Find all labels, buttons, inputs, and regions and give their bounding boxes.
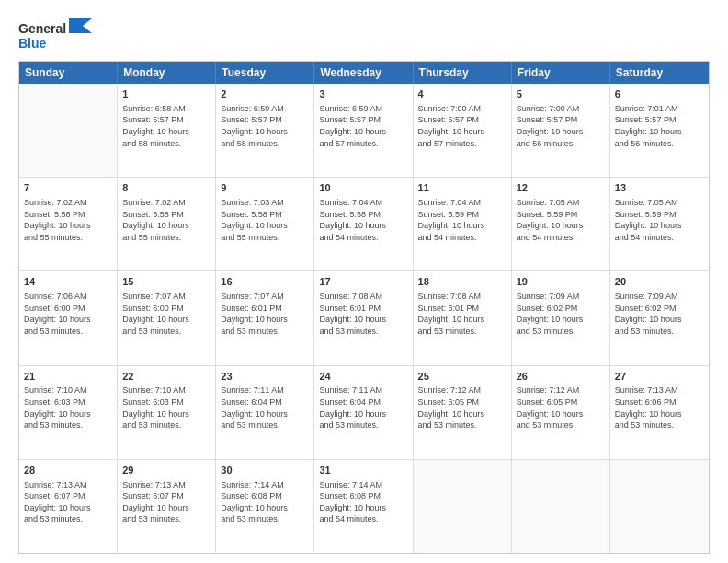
day-number: 30 [221, 464, 309, 477]
cal-cell-2-5: 11Sunrise: 7:04 AM Sunset: 5:59 PM Dayli… [414, 178, 512, 270]
cell-info: Sunrise: 7:06 AM Sunset: 6:00 PM Dayligh… [24, 291, 112, 337]
cal-cell-1-2: 1Sunrise: 6:58 AM Sunset: 5:57 PM Daylig… [118, 84, 216, 177]
cell-info: Sunrise: 7:13 AM Sunset: 6:07 PM Dayligh… [122, 479, 210, 525]
cell-info: Sunrise: 6:59 AM Sunset: 5:57 PM Dayligh… [221, 103, 309, 149]
logo: General Blue [18, 17, 101, 53]
day-number: 13 [615, 181, 704, 195]
cal-cell-3-2: 15Sunrise: 7:07 AM Sunset: 6:00 PM Dayli… [118, 271, 216, 364]
cell-info: Sunrise: 7:12 AM Sunset: 6:05 PM Dayligh… [418, 385, 506, 431]
cell-info: Sunrise: 6:59 AM Sunset: 5:57 PM Dayligh… [319, 103, 407, 149]
calendar-row-2: 7Sunrise: 7:02 AM Sunset: 5:58 PM Daylig… [19, 178, 709, 271]
cal-cell-2-7: 13Sunrise: 7:05 AM Sunset: 5:59 PM Dayli… [610, 178, 709, 270]
cal-cell-5-3: 30Sunrise: 7:14 AM Sunset: 6:08 PM Dayli… [216, 460, 314, 553]
cell-info: Sunrise: 7:02 AM Sunset: 5:58 PM Dayligh… [122, 197, 210, 243]
cell-info: Sunrise: 7:14 AM Sunset: 6:08 PM Dayligh… [319, 479, 407, 525]
day-number: 27 [615, 370, 704, 384]
cal-cell-2-3: 9Sunrise: 7:03 AM Sunset: 5:58 PM Daylig… [216, 178, 314, 270]
cal-cell-4-6: 26Sunrise: 7:12 AM Sunset: 6:05 PM Dayli… [512, 366, 610, 459]
day-number: 12 [517, 181, 605, 195]
calendar-row-1: 1Sunrise: 6:58 AM Sunset: 5:57 PM Daylig… [19, 84, 709, 178]
cell-info: Sunrise: 7:02 AM Sunset: 5:58 PM Dayligh… [24, 197, 112, 243]
cell-info: Sunrise: 7:11 AM Sunset: 6:04 PM Dayligh… [319, 385, 407, 431]
day-number: 4 [418, 87, 506, 101]
cell-info: Sunrise: 7:07 AM Sunset: 6:00 PM Dayligh… [122, 291, 210, 337]
cell-info: Sunrise: 7:01 AM Sunset: 5:57 PM Dayligh… [615, 103, 704, 149]
cal-cell-1-7: 6Sunrise: 7:01 AM Sunset: 5:57 PM Daylig… [610, 84, 709, 177]
cell-info: Sunrise: 7:14 AM Sunset: 6:08 PM Dayligh… [221, 479, 309, 525]
cell-info: Sunrise: 7:13 AM Sunset: 6:06 PM Dayligh… [615, 385, 704, 431]
cell-info: Sunrise: 7:13 AM Sunset: 6:07 PM Dayligh… [24, 479, 112, 525]
header-sunday: Sunday [19, 62, 118, 84]
day-number: 18 [418, 275, 506, 289]
cell-info: Sunrise: 7:03 AM Sunset: 5:58 PM Dayligh… [221, 197, 309, 243]
cal-cell-2-2: 8Sunrise: 7:02 AM Sunset: 5:58 PM Daylig… [118, 178, 216, 270]
cal-cell-2-6: 12Sunrise: 7:05 AM Sunset: 5:59 PM Dayli… [512, 178, 610, 270]
cal-cell-5-6 [512, 460, 610, 553]
cal-cell-4-7: 27Sunrise: 7:13 AM Sunset: 6:06 PM Dayli… [610, 366, 709, 459]
page: General Blue Sunday Monday Tuesday Wedne… [0, 0, 728, 563]
cell-info: Sunrise: 7:05 AM Sunset: 5:59 PM Dayligh… [615, 197, 704, 243]
day-number: 3 [319, 87, 407, 101]
calendar: Sunday Monday Tuesday Wednesday Thursday… [18, 61, 710, 554]
cell-info: Sunrise: 7:10 AM Sunset: 6:03 PM Dayligh… [24, 385, 112, 431]
day-number: 20 [615, 275, 704, 289]
cal-cell-3-5: 18Sunrise: 7:08 AM Sunset: 6:01 PM Dayli… [414, 271, 512, 364]
cal-cell-4-3: 23Sunrise: 7:11 AM Sunset: 6:04 PM Dayli… [216, 366, 314, 459]
cal-cell-1-4: 3Sunrise: 6:59 AM Sunset: 5:57 PM Daylig… [314, 84, 413, 177]
cal-cell-1-3: 2Sunrise: 6:59 AM Sunset: 5:57 PM Daylig… [216, 84, 314, 177]
day-number: 1 [122, 87, 210, 101]
cal-cell-5-4: 31Sunrise: 7:14 AM Sunset: 6:08 PM Dayli… [314, 460, 413, 553]
cell-info: Sunrise: 7:07 AM Sunset: 6:01 PM Dayligh… [221, 291, 309, 337]
svg-marker-1 [69, 18, 92, 33]
header-saturday: Saturday [610, 62, 709, 84]
calendar-header: Sunday Monday Tuesday Wednesday Thursday… [19, 62, 709, 84]
header-monday: Monday [118, 62, 216, 84]
day-number: 8 [122, 181, 210, 195]
day-number: 5 [517, 87, 605, 101]
day-number: 16 [221, 275, 309, 289]
calendar-row-3: 14Sunrise: 7:06 AM Sunset: 6:00 PM Dayli… [19, 271, 709, 365]
cal-cell-2-4: 10Sunrise: 7:04 AM Sunset: 5:58 PM Dayli… [314, 178, 413, 270]
cal-cell-4-1: 21Sunrise: 7:10 AM Sunset: 6:03 PM Dayli… [19, 366, 118, 459]
cal-cell-3-7: 20Sunrise: 7:09 AM Sunset: 6:02 PM Dayli… [610, 271, 709, 364]
day-number: 23 [221, 370, 309, 384]
cell-info: Sunrise: 7:11 AM Sunset: 6:04 PM Dayligh… [221, 385, 309, 431]
header-friday: Friday [512, 62, 610, 84]
cell-info: Sunrise: 7:10 AM Sunset: 6:03 PM Dayligh… [122, 385, 210, 431]
cell-info: Sunrise: 7:09 AM Sunset: 6:02 PM Dayligh… [517, 291, 605, 337]
day-number: 24 [319, 370, 407, 384]
header-wednesday: Wednesday [314, 62, 413, 84]
cell-info: Sunrise: 7:04 AM Sunset: 5:59 PM Dayligh… [418, 197, 506, 243]
cal-cell-4-2: 22Sunrise: 7:10 AM Sunset: 6:03 PM Dayli… [118, 366, 216, 459]
day-number: 28 [24, 464, 112, 477]
day-number: 29 [122, 464, 210, 477]
day-number: 7 [24, 181, 112, 195]
cell-info: Sunrise: 7:00 AM Sunset: 5:57 PM Dayligh… [517, 103, 605, 149]
calendar-row-4: 21Sunrise: 7:10 AM Sunset: 6:03 PM Dayli… [19, 366, 709, 460]
calendar-body: 1Sunrise: 6:58 AM Sunset: 5:57 PM Daylig… [19, 84, 709, 553]
day-number: 11 [418, 181, 506, 195]
logo-svg: General Blue [18, 17, 101, 53]
cell-info: Sunrise: 7:08 AM Sunset: 6:01 PM Dayligh… [418, 291, 506, 337]
cal-cell-3-1: 14Sunrise: 7:06 AM Sunset: 6:00 PM Dayli… [19, 271, 118, 364]
cal-cell-5-7 [610, 460, 709, 553]
cell-info: Sunrise: 7:04 AM Sunset: 5:58 PM Dayligh… [319, 197, 407, 243]
day-number: 9 [221, 181, 309, 195]
cal-cell-1-6: 5Sunrise: 7:00 AM Sunset: 5:57 PM Daylig… [512, 84, 610, 177]
day-number: 26 [517, 370, 605, 384]
cell-info: Sunrise: 6:58 AM Sunset: 5:57 PM Dayligh… [122, 103, 210, 149]
cell-info: Sunrise: 7:09 AM Sunset: 6:02 PM Dayligh… [615, 291, 704, 337]
cal-cell-4-5: 25Sunrise: 7:12 AM Sunset: 6:05 PM Dayli… [414, 366, 512, 459]
cal-cell-5-1: 28Sunrise: 7:13 AM Sunset: 6:07 PM Dayli… [19, 460, 118, 553]
cal-cell-1-1 [19, 84, 118, 177]
cal-cell-1-5: 4Sunrise: 7:00 AM Sunset: 5:57 PM Daylig… [414, 84, 512, 177]
day-number: 14 [24, 275, 112, 289]
day-number: 22 [122, 370, 210, 384]
day-number: 6 [615, 87, 704, 101]
cal-cell-5-2: 29Sunrise: 7:13 AM Sunset: 6:07 PM Dayli… [118, 460, 216, 553]
calendar-row-5: 28Sunrise: 7:13 AM Sunset: 6:07 PM Dayli… [19, 460, 709, 553]
svg-text:General: General [18, 21, 66, 36]
day-number: 10 [319, 181, 407, 195]
day-number: 2 [221, 87, 309, 101]
cell-info: Sunrise: 7:12 AM Sunset: 6:05 PM Dayligh… [517, 385, 605, 431]
